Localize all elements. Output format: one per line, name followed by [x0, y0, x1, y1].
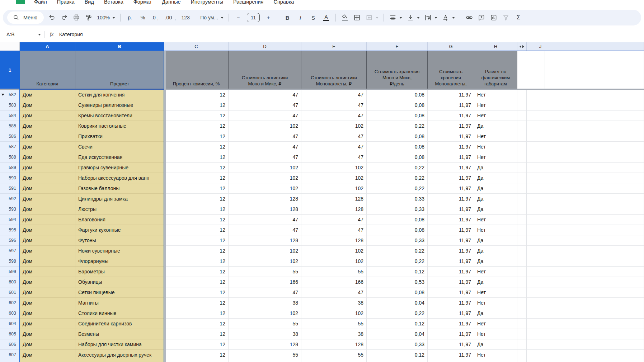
- cell-j1[interactable]: [517, 51, 545, 89]
- cell-h598[interactable]: Да: [474, 256, 517, 267]
- cell-g589[interactable]: 11,97: [428, 163, 474, 173]
- row-number[interactable]: 588: [0, 152, 20, 163]
- font-select[interactable]: По ум...: [200, 13, 224, 23]
- cell-g603[interactable]: 11,97: [428, 308, 474, 319]
- cell-b593[interactable]: Люстры: [75, 204, 164, 215]
- cell-e588[interactable]: 47: [301, 152, 367, 163]
- cell-i586[interactable]: [517, 131, 527, 142]
- cell-j583[interactable]: [527, 100, 554, 111]
- row-number[interactable]: 593: [0, 204, 20, 215]
- cell-b594[interactable]: Благовония: [75, 215, 164, 225]
- menu-extensions[interactable]: Расширения: [233, 0, 263, 5]
- cell-j606[interactable]: [527, 339, 554, 350]
- cell-b602[interactable]: Магниты: [75, 298, 164, 308]
- cell-c589[interactable]: 12: [164, 163, 229, 173]
- borders-icon[interactable]: [353, 14, 361, 22]
- cell-i588[interactable]: [517, 152, 527, 163]
- cell-e587[interactable]: 47: [301, 142, 367, 152]
- cell-f589[interactable]: 0,22: [367, 163, 428, 173]
- cell-e601[interactable]: 47: [301, 287, 367, 298]
- cell-j595[interactable]: [527, 225, 554, 235]
- sheets-logo[interactable]: [16, 0, 25, 4]
- insert-link-icon[interactable]: [465, 14, 473, 22]
- cell-a583[interactable]: Дом: [20, 100, 75, 111]
- cell-g583[interactable]: 11,97: [428, 100, 474, 111]
- paint-format-icon[interactable]: [85, 14, 93, 22]
- cell-f598[interactable]: 0,22: [367, 256, 428, 267]
- cell-f590[interactable]: 0,22: [367, 173, 428, 183]
- column-header-f[interactable]: F: [367, 42, 428, 51]
- cell-b601[interactable]: Сетки пищевые: [75, 287, 164, 298]
- decrease-decimals-button[interactable]: .0←: [151, 13, 161, 23]
- row-number[interactable]: 1: [0, 51, 20, 89]
- cell-d594[interactable]: 47: [229, 215, 301, 225]
- filter-icon[interactable]: [502, 14, 510, 22]
- cell-k594[interactable]: [554, 215, 644, 225]
- cell-e586[interactable]: 47: [301, 131, 367, 142]
- cell-j598[interactable]: [527, 256, 554, 267]
- cell-e600[interactable]: 166: [301, 277, 367, 287]
- cell-c591[interactable]: 12: [164, 183, 229, 194]
- cell-d1[interactable]: Стоимость логистики Моно и Микс, ₽: [229, 51, 301, 89]
- cell-b589[interactable]: Гравюры сувенирные: [75, 163, 164, 173]
- cell-f594[interactable]: 0,08: [367, 215, 428, 225]
- menu-view[interactable]: Вид: [85, 0, 94, 5]
- cell-g1[interactable]: Стоимость хранения Монопаллеты,: [428, 51, 474, 89]
- cell-i603[interactable]: [517, 308, 527, 319]
- cell-d600[interactable]: 166: [229, 277, 301, 287]
- cell-i595[interactable]: [517, 225, 527, 235]
- cell-e583[interactable]: 47: [301, 100, 367, 111]
- cell-c584[interactable]: 12: [164, 111, 229, 121]
- cell-j593[interactable]: [527, 204, 554, 215]
- cell-e584[interactable]: 47: [301, 111, 367, 121]
- cell-j596[interactable]: [527, 235, 554, 246]
- cell-k589[interactable]: [554, 163, 644, 173]
- cell-b606[interactable]: Наборы для чистки камина: [75, 339, 164, 350]
- menu-search-button[interactable]: Меню: [7, 11, 44, 24]
- row-number[interactable]: 600: [0, 277, 20, 287]
- row-number[interactable]: 590: [0, 173, 20, 183]
- cell-b600[interactable]: Обувницы: [75, 277, 164, 287]
- cell-a595[interactable]: Дом: [20, 225, 75, 235]
- number-format-button[interactable]: 123: [181, 13, 190, 23]
- cell-b586[interactable]: Прихватки: [75, 131, 164, 142]
- column-header-k[interactable]: [554, 42, 644, 51]
- cell-g601[interactable]: 11,97: [428, 287, 474, 298]
- cell-f601[interactable]: 0,08: [367, 287, 428, 298]
- cell-h597[interactable]: Да: [474, 246, 517, 256]
- cell-h606[interactable]: Да: [474, 339, 517, 350]
- row-number[interactable]: 604: [0, 319, 20, 329]
- cell-a601[interactable]: Дом: [20, 287, 75, 298]
- cell-c582[interactable]: 12: [164, 90, 229, 100]
- menu-file[interactable]: Файл: [34, 0, 47, 5]
- cell-i594[interactable]: [517, 215, 527, 225]
- column-header-b[interactable]: B: [75, 42, 164, 51]
- cell-d604[interactable]: 55: [229, 319, 301, 329]
- cell-d589[interactable]: 102: [229, 163, 301, 173]
- menu-data[interactable]: Данные: [162, 0, 180, 5]
- formula-input[interactable]: Категория: [59, 32, 83, 37]
- cell-d592[interactable]: 128: [229, 194, 301, 204]
- cell-e592[interactable]: 128: [301, 194, 367, 204]
- cell-i587[interactable]: [517, 142, 527, 152]
- cell-k586[interactable]: [554, 131, 644, 142]
- functions-button[interactable]: Σ: [514, 13, 523, 23]
- cell-a600[interactable]: Дом: [20, 277, 75, 287]
- cell-d597[interactable]: 102: [229, 246, 301, 256]
- cell-c603[interactable]: 12: [164, 308, 229, 319]
- menu-help[interactable]: Справка: [273, 0, 294, 5]
- cell-i604[interactable]: [517, 319, 527, 329]
- menu-edit[interactable]: Правка: [57, 0, 75, 5]
- cell-e589[interactable]: 102: [301, 163, 367, 173]
- cell-f603[interactable]: 0,22: [367, 308, 428, 319]
- cell-k1[interactable]: [545, 51, 644, 89]
- row-number[interactable]: 592: [0, 194, 20, 204]
- cell-i591[interactable]: [517, 183, 527, 194]
- column-header-g[interactable]: G: [428, 42, 474, 51]
- cell-f584[interactable]: 0,08: [367, 111, 428, 121]
- cell-d603[interactable]: 102: [229, 308, 301, 319]
- cell-b604[interactable]: Соединители карнизов: [75, 319, 164, 329]
- cell-f582[interactable]: 0,08: [367, 90, 428, 100]
- menu-tools[interactable]: Инструменты: [191, 0, 223, 5]
- cell-e595[interactable]: 47: [301, 225, 367, 235]
